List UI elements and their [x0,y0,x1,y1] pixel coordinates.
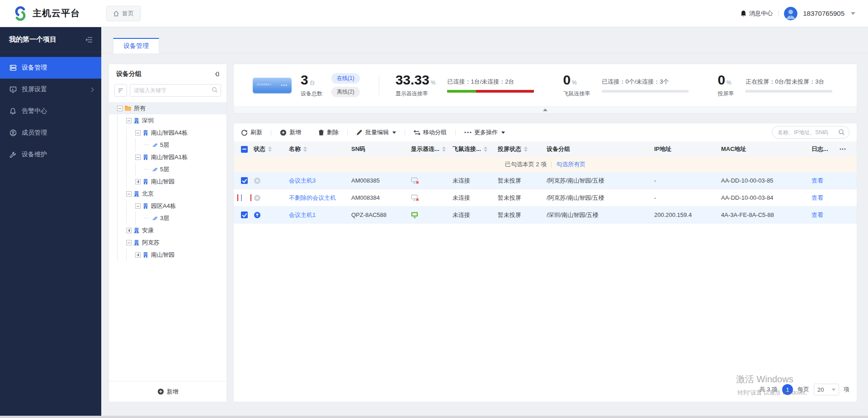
user-menu-caret-icon[interactable] [851,12,855,15]
search-icon [212,87,218,93]
home-button[interactable]: 首页 [106,6,141,21]
collapse-expander-icon[interactable] [135,203,141,209]
project-header[interactable]: 我的第一个项目 [0,27,101,52]
tree-node[interactable]: 南山智园A4栋 [109,127,226,139]
sidebar-item-label: 投屏设置 [22,85,47,94]
app-title: 主机云平台 [33,7,80,19]
alarm-bell-icon [9,108,17,115]
total-devices-value: 3 [301,73,308,87]
sort-icon[interactable] [484,146,487,152]
page: 主机云平台 首页 消息中心 [0,0,868,418]
per-page-select[interactable]: 20 [814,384,839,395]
delete-button[interactable]: 删除 [318,128,339,136]
caret-down-icon [501,132,505,134]
page-number-button[interactable]: 1 [782,384,793,395]
sidebar-item-alarm-center[interactable]: 告警中心 [0,100,101,122]
select-all-checkbox[interactable] [241,146,248,153]
tree-node[interactable]: 南山智园 [109,175,226,188]
sidebar-item-device-management[interactable]: 设备管理 [0,57,101,79]
row-checkbox[interactable] [241,211,248,218]
sort-icon[interactable] [268,146,272,152]
monitor-rate-value: 33.33 [396,73,429,87]
caret-down-icon [832,389,835,391]
expand-expander-icon[interactable] [135,252,141,258]
plus-circle-icon [157,388,164,395]
topbar-right: 消息中心 18370765905 [740,7,855,20]
sort-icon[interactable] [303,146,307,152]
main-area: 设备管理 设备分组 [101,27,868,418]
tree-node[interactable]: 5层 [109,163,226,175]
home-icon [113,10,119,17]
sidebar-item-device-maintenance[interactable]: 设备维护 [0,144,101,165]
table-row[interactable]: 会议主机3 AM008385 未连接 暂未投屏 /阿克苏/南山智园/五楼 - A… [234,172,857,189]
expand-expander-icon[interactable] [135,179,141,184]
move-group-button[interactable]: 移动分组 [414,128,447,136]
add-button[interactable]: 新增 [280,128,301,136]
tree-node[interactable]: 南山智园A1栋 [109,151,226,163]
building-icon [142,252,149,258]
batch-edit-button[interactable]: 批量编辑 [356,128,396,136]
collapse-expander-icon[interactable] [126,118,132,123]
tab-device-management[interactable]: 设备管理 [113,38,159,53]
device-name-link[interactable]: 会议主机3 [289,177,316,185]
tree-node[interactable]: 阿克苏 [109,236,226,249]
per-page-prefix: 每页 [797,385,809,394]
avatar[interactable] [784,7,797,20]
row-checkbox[interactable] [241,177,248,184]
caret-down-icon [392,132,396,134]
tree-add-button[interactable]: 新增 [109,381,226,402]
refresh-icon [241,129,248,136]
tree-filter-button[interactable] [114,84,127,97]
table-row[interactable]: 会议主机1 QPZ-8AC588 未连接 暂未投屏 /深圳/南山智园/五楼 20… [234,207,857,224]
sidebar-item-cast-settings[interactable]: 投屏设置 [0,79,101,100]
device-group-panel: 设备分组 [108,64,227,402]
ellipsis-icon [464,132,472,133]
plus-circle-icon [280,129,287,136]
pagination: 共 3 项 1 每页 20 项 [760,384,849,395]
tree-search-input[interactable] [130,84,221,97]
tree-node[interactable]: 北京 [109,188,226,200]
floor-icon [151,142,158,148]
table-row[interactable]: 不删除的会议主机 AM008384 未连接 暂未投屏 /阿克苏/南山智园/五楼 … [234,189,857,207]
stat-total-devices: 3 台 设备总数 [301,73,322,98]
status-offline-icon [254,177,261,184]
collapse-expander-icon[interactable] [117,106,123,111]
sort-icon[interactable] [442,146,446,152]
building-icon [142,203,149,209]
collapse-expander-icon[interactable] [135,130,141,136]
tab-bar: 设备管理 [101,27,868,53]
view-log-link[interactable]: 查看 [811,194,823,202]
more-actions-button[interactable]: 更多操作 [464,128,505,136]
tree-node[interactable]: 园区A4栋 [109,200,226,212]
logo-icon [13,6,28,21]
collapse-expander-icon[interactable] [135,155,141,160]
collapse-expander-icon[interactable] [126,240,132,245]
tree-node[interactable]: 南山智园 [109,249,226,261]
tree-node[interactable]: 安康 [109,224,226,236]
server-rack-icon [9,64,17,71]
message-center-button[interactable]: 消息中心 [740,9,773,18]
device-name-link[interactable]: 会议主机1 [289,211,316,219]
stats-collapse-toggle[interactable] [234,106,857,113]
column-settings-icon[interactable] [840,148,846,150]
tree-node[interactable]: 所有 [109,102,226,114]
sidebar-item-member-management[interactable]: 成员管理 [0,122,101,144]
collapse-expander-icon[interactable] [126,191,132,197]
row-checkbox[interactable] [241,194,242,201]
device-name-link[interactable]: 不删除的会议主机 [289,194,336,202]
table-toolbar: 刷新 新增 [234,123,857,141]
panel-collapse-icon[interactable] [214,71,220,77]
per-page-suffix: 项 [844,385,849,394]
expand-expander-icon[interactable] [126,228,132,233]
building-icon [133,117,140,124]
view-log-link[interactable]: 查看 [811,177,823,185]
sort-icon[interactable] [524,146,528,152]
stats-panel: SUNDRAY 3 台 设备总数 [233,64,857,113]
view-log-link[interactable]: 查看 [811,211,823,219]
tree-node[interactable]: 3层 [109,212,226,224]
tree-node[interactable]: 5层 [109,139,226,151]
refresh-button[interactable]: 刷新 [241,128,262,136]
select-all-pages-link[interactable]: 勾选所有页 [556,160,585,169]
tree-node[interactable]: 深圳 [109,114,226,127]
project-switch-icon[interactable] [86,37,93,43]
